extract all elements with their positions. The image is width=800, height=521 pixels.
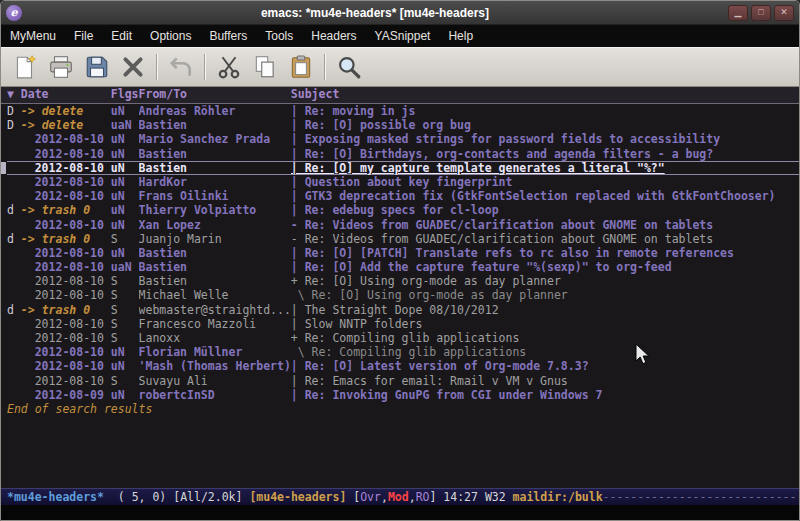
toolbar <box>1 47 799 87</box>
message-from: Bastien <box>139 147 291 161</box>
message-row[interactable]: 2012-08-10uNBastien| Re: [O] [PATCH] Tra… <box>7 246 799 260</box>
message-row[interactable]: 2012-08-10uNFrans Oilinki| GTK3 deprecat… <box>7 189 799 203</box>
menu-item-options[interactable]: Options <box>141 25 200 47</box>
message-flags: uN <box>111 104 139 118</box>
modeline-segment-plain <box>104 490 118 504</box>
close-buffer-button[interactable] <box>115 51 151 83</box>
message-row[interactable]: d -> trash 0uNThierry Volpiatto| Re: ede… <box>7 203 799 217</box>
menu-item-buffers[interactable]: Buffers <box>200 25 256 47</box>
message-subject: | The Straight Dope 08/10/2012 <box>291 303 799 317</box>
menu-item-yasnippet[interactable]: YASnippet <box>366 25 440 47</box>
message-flags: uN <box>111 218 139 232</box>
menu-item-help[interactable]: Help <box>439 25 482 47</box>
mark-action: -> trash 0 <box>21 232 90 246</box>
maximize-button[interactable]: □ <box>751 5 771 21</box>
message-date-or-mark: 2012-08-10 <box>7 317 111 331</box>
message-flags: uN <box>111 132 139 146</box>
message-flags: uN <box>111 189 139 203</box>
message-date-or-mark: 2012-08-10 <box>7 132 111 146</box>
message-from: Lanoxx <box>139 331 291 345</box>
message-subject: | Re: [O] Add the capture feature "%(sex… <box>291 260 799 274</box>
modeline-segment-plain: [All/2.0k] <box>173 490 242 504</box>
message-row[interactable]: d -> trash 0SJuanjo Marin- Re: Videos fr… <box>7 232 799 246</box>
undo-icon <box>168 54 194 80</box>
message-row[interactable]: 2012-08-10uNHardKor| Question about key … <box>7 175 799 189</box>
message-subject: | GTK3 deprecation fix (GtkFontSelection… <box>291 189 799 203</box>
cut-button[interactable] <box>211 51 247 83</box>
message-from: Florian Müllner <box>139 345 291 359</box>
message-row[interactable]: d -> trash 0Swebmaster@straightd...| The… <box>7 303 799 317</box>
message-from: Bastien <box>139 260 291 274</box>
message-subject: \ Re: Compiling glib applications <box>291 345 799 359</box>
minibuffer <box>1 505 799 520</box>
message-subject: | Slow NNTP folders <box>291 317 799 331</box>
undo-button[interactable] <box>163 51 199 83</box>
message-subject: - Re: Videos from GUADEC/clarification a… <box>291 218 799 232</box>
minimize-button[interactable]: ▁ <box>728 5 748 21</box>
message-subject: | Re: [O] Birthdays, org-contacts and ag… <box>291 147 799 161</box>
paste-icon <box>288 54 314 80</box>
message-from: Bastien <box>139 118 291 132</box>
message-row[interactable]: 2012-08-10uNBastien| Re: [O] Birthdays, … <box>7 147 799 161</box>
column-header-from[interactable]: From/To <box>139 87 291 103</box>
paste-button[interactable] <box>283 51 319 83</box>
message-row[interactable]: 2012-08-10SBastien+ Re: [O] Using org-mo… <box>7 274 799 288</box>
print-icon <box>48 54 74 80</box>
title-bar[interactable]: e emacs: *mu4e-headers* [mu4e-headers] ▁… <box>1 1 799 25</box>
message-flags: uN <box>111 175 139 189</box>
message-from: Michael Welle <box>139 288 291 302</box>
save-button[interactable] <box>79 51 115 83</box>
message-from: robertcInSD <box>139 388 291 402</box>
column-header-date[interactable]: ▼ Date <box>7 87 111 103</box>
message-flags: S <box>111 331 139 345</box>
menu-item-mymenu[interactable]: MyMenu <box>1 25 65 47</box>
message-flags: S <box>111 317 139 331</box>
message-flags: uaN <box>111 118 139 132</box>
message-date-or-mark: 2012-08-10 <box>7 161 111 175</box>
message-row[interactable]: 2012-08-10uNMario Sanchez Prada| Exposin… <box>7 132 799 146</box>
new-file-button[interactable] <box>7 51 43 83</box>
search-button[interactable] <box>331 51 367 83</box>
copy-button[interactable] <box>247 51 283 83</box>
message-row[interactable]: 2012-08-10uNBastien| Re: [O] my capture … <box>7 161 799 175</box>
message-flags: uN <box>111 359 139 373</box>
message-row[interactable]: 2012-08-09uNrobertcInSD| Re: Invoking Gn… <box>7 388 799 402</box>
window-controls: ▁ □ ✕ <box>728 5 794 21</box>
message-subject: | Re: [O] [PATCH] Translate refs to rc a… <box>291 246 799 260</box>
message-row[interactable]: 2012-08-10SFrancesco Mazzoli| Slow NNTP … <box>7 317 799 331</box>
modeline-segment-mode: [mu4e-headers] <box>249 490 346 504</box>
message-row[interactable]: 2012-08-10SLanoxx+ Re: Compiling glib ap… <box>7 331 799 345</box>
menu-item-headers[interactable]: Headers <box>302 25 365 47</box>
new-file-icon <box>12 54 38 80</box>
message-row[interactable]: D -> deleteuNAndreas Röhler| Re: moving … <box>7 104 799 118</box>
message-from: Andreas Röhler <box>139 104 291 118</box>
menu-item-file[interactable]: File <box>65 25 102 47</box>
message-row[interactable]: 2012-08-10SSuvayu Ali| Re: Emacs for ema… <box>7 374 799 388</box>
message-row[interactable]: 2012-08-10uNFlorian Müllner \ Re: Compil… <box>7 345 799 359</box>
modeline-segment-violet: RO <box>416 490 430 504</box>
message-subject: | Re: [O] Latest version of Org-mode 7.8… <box>291 359 799 373</box>
emacs-icon: e <box>6 5 22 21</box>
print-button[interactable] <box>43 51 79 83</box>
message-from: Thierry Volpiatto <box>139 203 291 217</box>
mode-line: *mu4e-headers* ( 5, 0) [All/2.0k] [mu4e-… <box>1 488 799 505</box>
modeline-segment-plain: 14:27 <box>443 490 478 504</box>
message-list[interactable]: D -> deleteuNAndreas Röhler| Re: moving … <box>1 104 799 488</box>
column-header-subject[interactable]: Subject <box>291 87 799 103</box>
message-row[interactable]: D -> deleteuaNBastien| Re: [O] possible … <box>7 118 799 132</box>
message-date-or-mark: 2012-08-10 <box>7 175 111 189</box>
message-date-or-mark: 2012-08-10 <box>7 246 111 260</box>
mark-char: d <box>7 303 21 317</box>
column-header-flags[interactable]: Flgs <box>111 87 139 103</box>
message-row[interactable]: 2012-08-10uN'Mash (Thomas Herbert)| Re: … <box>7 359 799 373</box>
menu-item-edit[interactable]: Edit <box>102 25 141 47</box>
menu-item-tools[interactable]: Tools <box>256 25 302 47</box>
message-row[interactable]: 2012-08-10uNXan Lopez- Re: Videos from G… <box>7 218 799 232</box>
message-row[interactable]: 2012-08-10uaNBastien| Re: [O] Add the ca… <box>7 260 799 274</box>
message-from: Bastien <box>139 161 291 175</box>
message-row[interactable]: 2012-08-10SMichael Welle \ Re: [O] Using… <box>7 288 799 302</box>
message-from: Frans Oilinki <box>139 189 291 203</box>
message-from: 'Mash (Thomas Herbert) <box>139 359 291 373</box>
close-button[interactable]: ✕ <box>774 5 794 21</box>
header-line: ▼ Date Flgs From/To Subject <box>1 87 799 104</box>
